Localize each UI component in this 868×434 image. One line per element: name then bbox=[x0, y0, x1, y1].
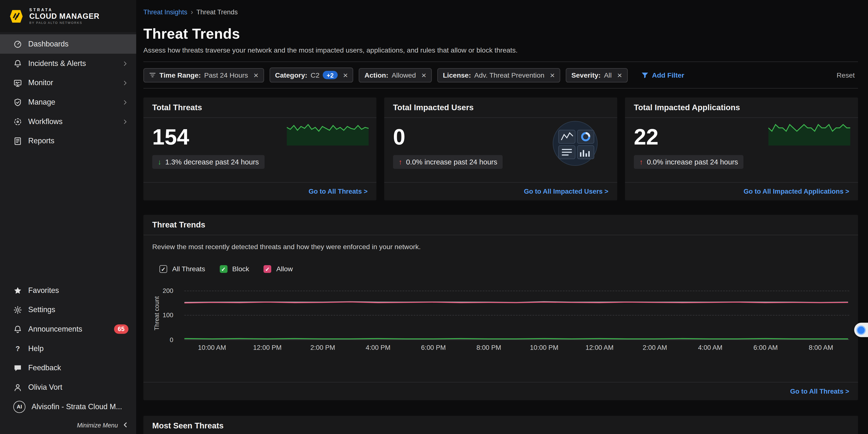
checkbox-block[interactable] bbox=[219, 265, 227, 273]
chip-label: License: bbox=[443, 71, 471, 79]
legend-label: Allow bbox=[276, 265, 293, 273]
primary-nav: Dashboards Incidents & Alerts Monitor Ma… bbox=[0, 32, 136, 151]
sidebar-item-dashboards[interactable]: Dashboards bbox=[0, 34, 136, 54]
main-content: Threat Insights › Threat Trends Threat T… bbox=[136, 0, 868, 434]
sidebar-item-announcements[interactable]: Announcements 65 bbox=[0, 319, 136, 339]
sidebar-item-label: Feedback bbox=[28, 364, 128, 372]
sidebar-spacer bbox=[0, 151, 136, 279]
x-axis: 10:00 AM12:00 PM2:00 PM4:00 PM6:00 PM8:0… bbox=[184, 340, 849, 353]
remove-filter-icon[interactable]: × bbox=[550, 72, 555, 78]
chevron-right-icon bbox=[122, 80, 128, 86]
applications-sparkline bbox=[768, 121, 850, 146]
x-tick-label: 4:00 PM bbox=[366, 344, 391, 351]
filter-chip-action[interactable]: Action: Allowed × bbox=[359, 68, 432, 82]
filter-chip-severity[interactable]: Severity: All × bbox=[566, 68, 628, 82]
threat-trends-chart: Threat count 0100200 bbox=[152, 286, 849, 340]
chip-label: Severity: bbox=[571, 71, 601, 79]
sidebar-item-help[interactable]: ? Help bbox=[0, 339, 136, 358]
threats-sparkline bbox=[287, 121, 369, 146]
gauge-icon bbox=[13, 40, 22, 49]
filter-chip-license[interactable]: License: Adv. Threat Prevention × bbox=[437, 68, 560, 82]
sidebar-item-monitor[interactable]: Monitor bbox=[0, 73, 136, 92]
remove-filter-icon[interactable]: × bbox=[253, 72, 258, 78]
reset-filters-button[interactable]: Reset bbox=[837, 71, 858, 79]
y-axis: 0100200 bbox=[152, 286, 184, 340]
sidebar-item-label: Help bbox=[28, 344, 128, 352]
legend-all-threats[interactable]: All Threats bbox=[159, 265, 205, 273]
palo-alto-logo-icon bbox=[9, 8, 24, 23]
remove-filter-icon[interactable]: × bbox=[421, 72, 426, 78]
go-to-all-threats-link[interactable]: Go to All Threats > bbox=[308, 188, 368, 195]
change-indicator: ↑ 0.0% increase past 24 hours bbox=[634, 155, 743, 169]
page-title: Threat Trends bbox=[143, 26, 858, 43]
announcements-count-badge: 65 bbox=[114, 324, 128, 334]
change-text: 0.0% increase past 24 hours bbox=[406, 158, 497, 166]
card-title: Threat Trends bbox=[143, 215, 858, 235]
filter-chip-time-range[interactable]: Time Range: Past 24 Hours × bbox=[143, 68, 264, 82]
breadcrumb-threat-insights[interactable]: Threat Insights bbox=[143, 8, 187, 16]
checkbox-allow[interactable] bbox=[264, 265, 271, 273]
more-values-badge[interactable]: +2 bbox=[323, 71, 337, 79]
impacted-users-illustration bbox=[541, 118, 607, 169]
sidebar-item-label: Incidents & Alerts bbox=[28, 59, 116, 67]
chip-value: C2 bbox=[311, 71, 319, 79]
filter-lines-icon bbox=[149, 71, 156, 79]
y-tick-label: 100 bbox=[163, 312, 174, 318]
sidebar-item-label: Monitor bbox=[28, 79, 116, 87]
card-title: Most Seen Threats bbox=[143, 416, 858, 434]
x-tick-label: 6:00 PM bbox=[421, 344, 446, 351]
sidebar-item-workflows[interactable]: Workflows bbox=[0, 112, 136, 131]
sidebar-item-user[interactable]: Olivia Vort bbox=[0, 378, 136, 397]
y-tick-label: 0 bbox=[170, 336, 174, 343]
sidebar-item-tenant[interactable]: AI Alvisofin - Strata Cloud M... bbox=[0, 397, 136, 416]
filter-bar: Time Range: Past 24 Hours × Category: C2… bbox=[143, 62, 858, 89]
sidebar-item-favorites[interactable]: Favorites bbox=[0, 281, 136, 300]
go-to-all-impacted-users-link[interactable]: Go to All Impacted Users > bbox=[524, 188, 609, 195]
breadcrumb: Threat Insights › Threat Trends bbox=[143, 8, 858, 16]
report-icon bbox=[13, 136, 22, 145]
x-tick-label: 2:00 PM bbox=[310, 344, 335, 351]
go-to-all-impacted-applications-link[interactable]: Go to All Impacted Applications > bbox=[743, 188, 849, 195]
assistant-widget[interactable] bbox=[854, 323, 868, 337]
person-icon bbox=[13, 383, 22, 392]
plot-area bbox=[184, 286, 849, 340]
logo-line2: CLOUD MANAGER bbox=[29, 12, 99, 21]
x-tick-label: 10:00 PM bbox=[530, 344, 558, 351]
change-text: 0.0% increase past 24 hours bbox=[647, 158, 738, 166]
checkbox-all-threats[interactable] bbox=[159, 265, 167, 273]
change-indicator: ↑ 0.0% increase past 24 hours bbox=[393, 155, 503, 169]
filter-chip-category[interactable]: Category: C2 +2 × bbox=[270, 68, 353, 83]
secondary-nav: Favorites Settings Announcements 65 ? He… bbox=[0, 279, 136, 416]
legend-allow[interactable]: Allow bbox=[264, 265, 293, 273]
sidebar-item-label: Alvisofin - Strata Cloud M... bbox=[32, 402, 128, 411]
add-filter-button[interactable]: Add Filter bbox=[641, 71, 684, 79]
add-filter-label: Add Filter bbox=[652, 71, 684, 79]
brand-logo: STRATA CLOUD MANAGER BY PALO ALTO NETWOR… bbox=[0, 0, 136, 32]
x-tick-label: 12:00 PM bbox=[253, 344, 282, 351]
question-icon: ? bbox=[13, 344, 22, 353]
sidebar-item-feedback[interactable]: Feedback bbox=[0, 358, 136, 378]
legend-block[interactable]: Block bbox=[219, 265, 249, 273]
sidebar-item-reports[interactable]: Reports bbox=[0, 131, 136, 151]
page-subtitle: Assess how threats traverse your network… bbox=[143, 46, 858, 54]
arrow-up-icon: ↑ bbox=[639, 158, 643, 166]
chart-legend: All Threats Block Allow bbox=[159, 265, 849, 273]
arrow-up-icon: ↑ bbox=[399, 158, 402, 166]
sidebar-item-incidents-alerts[interactable]: Incidents & Alerts bbox=[0, 54, 136, 73]
go-to-all-threats-link[interactable]: Go to All Threats > bbox=[790, 388, 849, 395]
trends-plot bbox=[184, 286, 849, 339]
chip-label: Action: bbox=[365, 71, 388, 79]
x-tick-label: 8:00 PM bbox=[476, 344, 501, 351]
sidebar-item-settings[interactable]: Settings bbox=[0, 300, 136, 319]
app-window: STRATA CLOUD MANAGER BY PALO ALTO NETWOR… bbox=[0, 0, 868, 434]
minimize-menu-button[interactable]: Minimize Menu bbox=[0, 416, 136, 434]
remove-filter-icon[interactable]: × bbox=[617, 72, 622, 78]
sidebar-item-manage[interactable]: Manage bbox=[0, 92, 136, 112]
remove-filter-icon[interactable]: × bbox=[343, 72, 348, 78]
total-impacted-users-card: Total Impacted Users 0 bbox=[384, 97, 617, 200]
most-seen-threats-card: Most Seen Threats bbox=[143, 416, 858, 434]
breadcrumb-current: Threat Trends bbox=[196, 8, 238, 16]
y-tick-label: 200 bbox=[163, 287, 174, 294]
gear-icon bbox=[13, 305, 22, 314]
total-impacted-applications-card: Total Impacted Applications 22 ↑ 0.0% in… bbox=[625, 97, 858, 200]
